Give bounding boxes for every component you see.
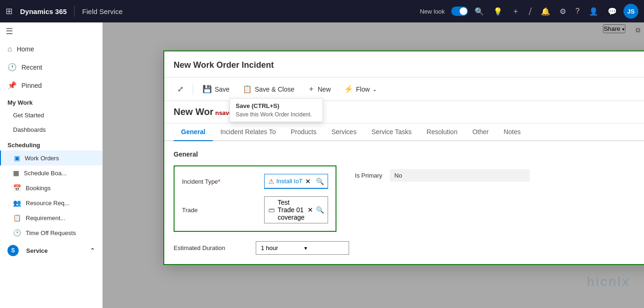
sidebar-item-dashboards[interactable]: Dashboards [0, 122, 102, 137]
top-navigation: ⊞ Dynamics 365 Field Service New look 🔍 … [0, 0, 644, 22]
sidebar-item-pinned[interactable]: 📌 Pinned [0, 76, 102, 94]
briefcase-icon: 🗃 [268, 206, 275, 214]
incident-type-search-icon[interactable]: 🔍 [316, 178, 324, 185]
incident-type-value[interactable]: Install IoT [276, 178, 302, 185]
sidebar-item-work-orders[interactable]: ▣ Work Orders [0, 150, 102, 165]
module-name: Field Service [82, 7, 123, 15]
incident-type-input[interactable]: ⚠ Install IoT ✕ 🔍 [264, 174, 328, 189]
settings-icon[interactable]: ⚙ [557, 7, 569, 16]
sidebar-resource-label: Resource Req... [26, 200, 70, 207]
modal-title: New Work Order Incident [174, 60, 644, 70]
bell-icon[interactable]: 🔔 [538, 7, 553, 16]
app-name: Dynamics 365 [20, 7, 67, 15]
save-close-label: Save & Close [255, 86, 294, 93]
section-general-title: General [174, 150, 644, 158]
sidebar-resource-icon: 👥 [13, 199, 21, 207]
filter-icon[interactable]: ⧸ [526, 7, 534, 15]
sidebar-item-recent-label: Recent [21, 64, 42, 71]
sidebar-item-schedule-board[interactable]: ▦ Schedule Boa... [0, 165, 102, 180]
work-order-incident-modal: New Work Order Incident ⤢ ✕ ⤢ 💾 Save 📋 [163, 50, 644, 265]
sidebar-schedule-icon: ▦ [13, 169, 19, 177]
sidebar-item-requirement[interactable]: 📋 Requirement... [0, 210, 102, 225]
service-header-label: Service [26, 247, 48, 254]
estimated-duration-select[interactable]: 1 hour ▾ [256, 241, 349, 255]
recent-icon: 🕐 [7, 63, 17, 72]
warning-triangle-icon: ⚠ [268, 178, 274, 185]
nav-divider [74, 6, 75, 17]
add-icon[interactable]: ＋ [509, 7, 522, 16]
sidebar-bookings-label: Bookings [26, 185, 50, 192]
save-close-button[interactable]: 📋 Save & Close [237, 82, 300, 96]
chat-icon[interactable]: 💬 [605, 7, 620, 16]
detach-button[interactable]: ⤢ [172, 82, 189, 96]
detach-icon: ⤢ [177, 85, 183, 93]
new-button[interactable]: ＋ New [302, 81, 336, 97]
tab-general[interactable]: General [174, 123, 213, 141]
duration-chevron-icon: ▾ [304, 245, 344, 251]
tab-products[interactable]: Products [283, 123, 324, 141]
new-label: New [318, 86, 331, 93]
save-button[interactable]: 💾 Save [197, 82, 235, 96]
my-work-header: My Work [0, 94, 102, 108]
pin-icon: 📌 [7, 81, 17, 90]
sidebar-toggle[interactable]: ☰ [0, 22, 102, 40]
sidebar-work-orders-label: Work Orders [25, 155, 59, 162]
sidebar-req-label: Requirement... [26, 215, 65, 222]
save-tooltip: Save (CTRL+S) Save this Work Order Incid… [230, 98, 323, 122]
incident-type-tag: ⚠ Install IoT [268, 178, 302, 185]
incident-type-clear-icon[interactable]: ✕ [305, 178, 311, 185]
help-icon[interactable]: ? [573, 7, 582, 15]
is-primary-input[interactable] [390, 169, 530, 182]
trade-tag-input[interactable]: 🗃 Test Trade 01 coverage ✕ 🔍 [264, 196, 328, 223]
service-header: S Service ⌃ [0, 240, 102, 258]
is-primary-label: Is Primary [355, 172, 383, 179]
person-icon[interactable]: 👤 [586, 7, 601, 16]
user-avatar[interactable]: JS [623, 4, 638, 19]
estimated-duration-label: Estimated Duration [174, 244, 248, 251]
trade-input[interactable]: 🗃 Test Trade 01 coverage ✕ 🔍 [264, 196, 328, 223]
incident-type-tag-input[interactable]: ⚠ Install IoT ✕ 🔍 [264, 174, 328, 189]
trade-clear-icon[interactable]: ✕ [308, 206, 313, 214]
new-look-label: New look [420, 8, 445, 15]
sidebar-item-time-off[interactable]: 🕐 Time Off Requests [0, 225, 102, 240]
sidebar-schedule-label: Schedule Boa... [24, 170, 67, 177]
search-icon[interactable]: 🔍 [472, 7, 487, 16]
tab-notes[interactable]: Notes [496, 123, 528, 141]
form-body: General Incident Type* ⚠ [164, 141, 644, 264]
flow-icon: ⚡ [344, 85, 353, 93]
sidebar-item-resource-req[interactable]: 👥 Resource Req... [0, 195, 102, 210]
trade-label: Trade [182, 207, 257, 214]
sidebar-bookings-icon: 📅 [13, 184, 21, 192]
sidebar-item-home[interactable]: ⌂ Home [0, 40, 102, 58]
trade-search-icon[interactable]: 🔍 [316, 206, 324, 214]
sidebar-get-started-label: Get Started [13, 112, 44, 119]
sidebar-dashboards-label: Dashboards [13, 126, 46, 133]
tab-services[interactable]: Services [324, 123, 364, 141]
sidebar-item-pinned-label: Pinned [21, 82, 42, 89]
flow-button[interactable]: ⚡ Flow ⌄ [338, 82, 383, 96]
sidebar-timeoff-label: Time Off Requests [26, 229, 76, 236]
sidebar-item-recent[interactable]: 🕐 Recent [0, 58, 102, 76]
tab-incident-relates[interactable]: Incident Relates To [213, 123, 283, 141]
lightbulb-icon[interactable]: 💡 [490, 7, 505, 16]
tab-service-tasks[interactable]: Service Tasks [364, 123, 419, 141]
service-chevron[interactable]: ⌃ [90, 247, 95, 254]
flow-chevron-icon: ⌄ [372, 86, 377, 93]
new-look-toggle[interactable] [451, 7, 468, 16]
incident-type-row: Incident Type* ⚠ Install IoT ✕ 🔍 [182, 174, 328, 189]
save-close-icon: 📋 [243, 85, 252, 93]
flow-label: Flow [356, 86, 370, 93]
new-icon: ＋ [308, 84, 315, 94]
sidebar-item-bookings[interactable]: 📅 Bookings [0, 180, 102, 195]
tab-resolution[interactable]: Resolution [419, 123, 465, 141]
sidebar-item-get-started[interactable]: Get Started [0, 108, 102, 122]
estimated-duration-value: 1 hour [261, 244, 301, 251]
tab-other[interactable]: Other [465, 123, 496, 141]
app-grid-icon[interactable]: ⊞ [6, 6, 13, 16]
home-icon: ⌂ [7, 45, 12, 53]
incident-type-label: Incident Type* [182, 178, 257, 185]
trade-value[interactable]: Test Trade 01 coverage [278, 199, 305, 221]
sidebar-timeoff-icon: 🕐 [13, 229, 21, 236]
tooltip-description: Save this Work Order Incident. [236, 111, 317, 118]
is-primary-row: Is Primary [355, 169, 530, 182]
